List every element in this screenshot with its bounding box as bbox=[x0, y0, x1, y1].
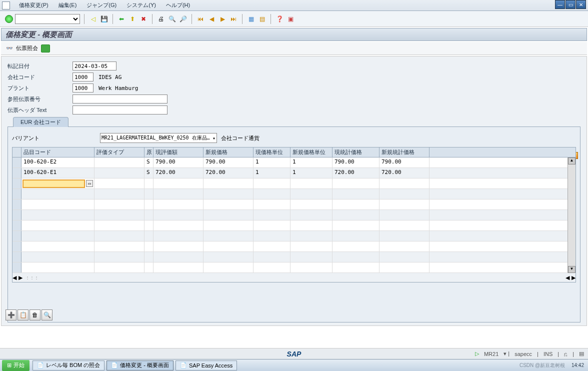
app-icon[interactable] bbox=[2, 2, 10, 10]
cell-empty[interactable] bbox=[254, 178, 290, 188]
cell-empty[interactable] bbox=[254, 262, 290, 272]
variant-combo[interactable]: MR21_LAGERMATERIAL_BWKEY_0250 在庫品…▾ bbox=[100, 133, 217, 143]
cell-empty[interactable] bbox=[154, 178, 204, 188]
vertical-scrollbar[interactable]: ▲ ▼ bbox=[568, 158, 576, 273]
table-row-empty[interactable] bbox=[12, 252, 576, 262]
delete-row-icon[interactable]: 🗑 bbox=[30, 310, 40, 320]
cell-empty[interactable] bbox=[22, 231, 94, 241]
cell-empty[interactable] bbox=[380, 178, 430, 188]
print-icon[interactable]: 🖨 bbox=[156, 14, 166, 24]
menu-help[interactable]: ヘルプ(H) bbox=[161, 0, 195, 10]
cell-newunit[interactable]: 1 bbox=[290, 168, 332, 178]
table-row-active[interactable]: ▭ bbox=[12, 178, 576, 189]
row-selector[interactable] bbox=[12, 220, 22, 230]
cell-empty[interactable] bbox=[290, 210, 332, 220]
cell-empty[interactable] bbox=[290, 189, 332, 199]
cell-empty[interactable] bbox=[290, 178, 332, 188]
row-selector[interactable] bbox=[12, 210, 22, 220]
menu-price-change[interactable]: 価格変更(P) bbox=[14, 0, 54, 10]
scroll-right2-icon[interactable]: ▶ bbox=[572, 274, 576, 281]
exit-icon[interactable]: ⬆ bbox=[128, 14, 137, 24]
scroll-right-icon[interactable]: ▶ bbox=[18, 274, 22, 281]
cell-curval[interactable]: 790.00 bbox=[154, 158, 204, 168]
help-icon[interactable]: ❓ bbox=[275, 14, 284, 24]
cell-empty[interactable] bbox=[254, 189, 290, 199]
doc-display-button[interactable]: 伝票照会 bbox=[16, 44, 38, 52]
cell-empty[interactable] bbox=[254, 252, 290, 262]
cell-empty[interactable] bbox=[94, 252, 144, 262]
cell-empty[interactable] bbox=[380, 231, 430, 241]
cell-empty[interactable] bbox=[380, 242, 430, 252]
layout-icon[interactable]: ▤ bbox=[258, 14, 266, 24]
cell-empty[interactable] bbox=[204, 220, 254, 230]
copy-row-icon[interactable]: 📋 bbox=[18, 310, 28, 320]
col-material[interactable]: 品目コード bbox=[22, 148, 94, 157]
cell-empty[interactable] bbox=[22, 252, 94, 262]
cell-material[interactable]: 100-620-E2 bbox=[22, 158, 94, 168]
customize-icon[interactable]: ▣ bbox=[286, 14, 295, 24]
cell-empty[interactable] bbox=[254, 210, 290, 220]
cell-empty[interactable] bbox=[94, 262, 144, 272]
col-indicator[interactable]: 原 bbox=[144, 148, 154, 157]
cell-newprice[interactable]: 790.00 bbox=[204, 158, 254, 168]
table-row-empty[interactable] bbox=[12, 189, 576, 200]
task-price-change[interactable]: 📄価格変更 - 概要画面 bbox=[106, 360, 174, 370]
cell-empty[interactable] bbox=[144, 231, 154, 241]
status-icon1[interactable]: ⎌ bbox=[564, 351, 568, 357]
cell-empty[interactable] bbox=[254, 231, 290, 241]
cell-valtype[interactable] bbox=[94, 168, 144, 178]
minimize-button[interactable]: — bbox=[555, 0, 565, 9]
table-row-empty[interactable] bbox=[12, 220, 576, 231]
chevron-down-icon[interactable]: ▾ bbox=[212, 136, 216, 141]
cell-curstat[interactable]: 790.00 bbox=[332, 158, 380, 168]
row-selector[interactable] bbox=[12, 200, 22, 210]
row-selector[interactable] bbox=[12, 189, 22, 199]
cell-empty[interactable] bbox=[380, 189, 430, 199]
cell-newstat[interactable]: 720.00 bbox=[380, 168, 430, 178]
cell-empty[interactable] bbox=[290, 200, 332, 210]
cell-empty[interactable] bbox=[154, 210, 204, 220]
cell-empty[interactable] bbox=[144, 178, 154, 188]
cell-empty[interactable] bbox=[290, 262, 332, 272]
cell-empty[interactable] bbox=[380, 252, 430, 262]
scroll-up-icon[interactable]: ▲ bbox=[568, 158, 576, 164]
cell-empty[interactable] bbox=[144, 210, 154, 220]
tab-eur-company[interactable]: EUR 会社コード bbox=[13, 117, 68, 127]
first-page-icon[interactable]: ⏮ bbox=[196, 14, 205, 24]
table-row-empty[interactable] bbox=[12, 231, 576, 242]
grid-corner[interactable] bbox=[12, 148, 22, 157]
cell-empty[interactable] bbox=[204, 231, 254, 241]
cell-empty[interactable] bbox=[154, 220, 204, 230]
table-row[interactable]: 100-620-E2 S 790.00 790.00 1 1 790.00 79… bbox=[12, 158, 576, 168]
cell-empty[interactable] bbox=[332, 178, 380, 188]
table-row-empty[interactable] bbox=[12, 242, 576, 252]
back-icon[interactable]: ◁ bbox=[88, 14, 98, 24]
cell-empty[interactable] bbox=[94, 210, 144, 220]
table-row[interactable]: 100-620-E1 S 720.00 720.00 1 1 720.00 72… bbox=[12, 168, 576, 178]
cell-empty[interactable] bbox=[290, 220, 332, 230]
cell-curval[interactable]: 720.00 bbox=[154, 168, 204, 178]
cell-empty[interactable] bbox=[380, 200, 430, 210]
scroll-left-icon[interactable]: ◀ bbox=[12, 274, 16, 281]
cell-ind[interactable]: S bbox=[144, 168, 154, 178]
cell-empty[interactable] bbox=[204, 242, 254, 252]
cell-newunit[interactable]: 1 bbox=[290, 158, 332, 168]
search-row-icon[interactable]: 🔍 bbox=[42, 310, 52, 320]
cell-empty[interactable] bbox=[290, 242, 332, 252]
cell-empty[interactable] bbox=[380, 262, 430, 272]
insert-row-icon[interactable]: ➕ bbox=[6, 310, 16, 320]
cell-empty[interactable] bbox=[254, 200, 290, 210]
cell-empty[interactable] bbox=[332, 189, 380, 199]
cell-empty[interactable] bbox=[332, 252, 380, 262]
row-selector[interactable] bbox=[12, 168, 22, 178]
cell-empty[interactable] bbox=[154, 242, 204, 252]
row-selector[interactable] bbox=[12, 178, 22, 188]
cell-empty[interactable] bbox=[204, 178, 254, 188]
posting-date-input[interactable] bbox=[72, 62, 116, 70]
scroll-left2-icon[interactable]: ◀ bbox=[566, 274, 570, 281]
cell-empty[interactable] bbox=[204, 189, 254, 199]
cell-empty[interactable] bbox=[94, 200, 144, 210]
enter-icon[interactable] bbox=[5, 15, 13, 23]
next-page-icon[interactable]: ▶ bbox=[218, 14, 227, 24]
row-selector[interactable] bbox=[12, 262, 22, 272]
